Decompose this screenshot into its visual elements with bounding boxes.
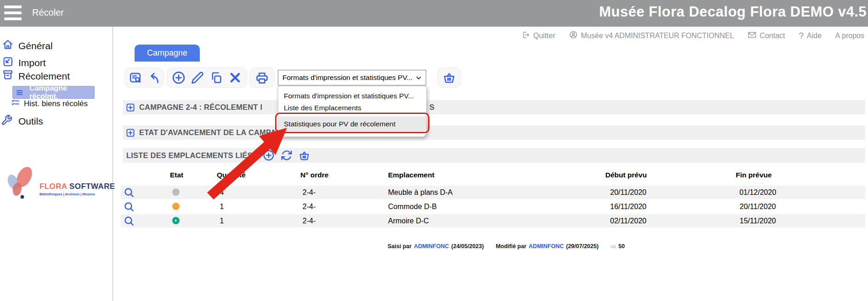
cell-quantite: 1 (203, 200, 240, 213)
view-record-button[interactable] (124, 216, 135, 227)
status-dot (172, 203, 180, 210)
help-link[interactable]: ? Aide (799, 31, 822, 41)
section-avancement-header: ETAT D'AVANCEMENT DE LA CAMPAGNE (123, 125, 865, 140)
record-metadata: Saisi par ADMINFONC (24/05/2023) Modifié… (388, 243, 625, 250)
status-dot (172, 188, 180, 196)
sidebar-item-label: Récolement (18, 71, 70, 82)
cell-quantite: 4 (203, 186, 240, 199)
about-label: A propos (835, 32, 864, 40)
cell-ordre: 2-4- (286, 214, 332, 227)
view-record-button[interactable] (124, 201, 135, 212)
print-format-dropdown-menu: Formats d'impression et statistiques PV.… (278, 86, 427, 137)
import-icon (2, 56, 14, 70)
wrench-icon (1, 114, 12, 128)
checklist-icon (11, 98, 20, 109)
delete-button[interactable] (228, 70, 242, 85)
sidebar-item-hist-biens-recoles[interactable]: Hist. biens récolés (11, 98, 88, 109)
contact-link[interactable]: Contact (748, 31, 785, 40)
brand-software: SOFTWARE (69, 182, 115, 191)
print-format-select-value: Formats d'impression et statistiques PV.… (282, 74, 416, 82)
current-user[interactable]: Musée v4 ADMINISTRATEUR FONCTIONNEL (569, 30, 734, 41)
column-header-debut: Début prévu (605, 171, 647, 179)
uk-label: uk (610, 244, 616, 249)
tab-campagne[interactable]: Campagne (135, 45, 200, 62)
sidebar-item-import[interactable]: Import (2, 56, 46, 70)
sidebar-item-general[interactable]: Général (2, 39, 53, 53)
view-record-button[interactable] (124, 187, 135, 198)
menu-option-formats[interactable]: Formats d'impression et statistiques PV.… (278, 90, 426, 102)
menu-lines-icon (16, 89, 23, 97)
section-campagne-header: CAMPAGNE 2-4 : RÉCOLEMENT I S (123, 100, 865, 114)
saisi-label: Saisi par (388, 243, 411, 250)
column-header-ordre: N° ordre (300, 171, 328, 179)
refresh-button[interactable] (281, 149, 293, 161)
sidebar-item-campagne-recolement-selected[interactable]: Campagne récolmt. (12, 86, 95, 99)
window-title: Musée Flora Decalog Flora DEMO v4.5 (599, 4, 867, 20)
expand-plus-icon[interactable] (126, 103, 135, 112)
section-campagne-title: CAMPAGNE 2-4 : RÉCOLEMENT I (139, 103, 262, 112)
section-avancement-title: ETAT D'AVANCEMENT DE LA CAMPAGNE (139, 128, 293, 137)
saisi-date: (24/05/2023) (451, 243, 484, 250)
status-dot-play (172, 217, 180, 224)
modifie-par-group: Modifié par ADMINFONC (29/07/2025) (496, 243, 598, 250)
question-mark-icon: ? (799, 31, 804, 41)
about-link[interactable]: A propos (835, 32, 864, 40)
column-header-emplacement: Emplacement (388, 171, 434, 179)
cell-emplacement: Commode D-B (388, 200, 437, 213)
utility-bar: Quitter Musée v4 ADMINISTRATEUR FONCTION… (522, 30, 864, 41)
menu-option-liste-emplacements[interactable]: Liste des Emplacements (278, 102, 426, 114)
edit-button[interactable] (190, 70, 205, 85)
uk-value: 50 (619, 243, 625, 250)
toolbar-group-search (124, 68, 164, 88)
section-liste-title: LISTE DES EMPLACEMENTS LIÉS (126, 151, 253, 160)
sidebar: Général Import Récolement Campagne récol… (0, 27, 113, 301)
cell-fin: 15/11/2020 (721, 214, 795, 227)
contact-label: Contact (760, 32, 785, 40)
toolbar-group-print (249, 68, 275, 88)
sidebar-item-label: Hist. biens récolés (24, 99, 88, 108)
cell-debut: 16/11/2020 (589, 200, 667, 213)
cell-debut: 02/11/2020 (589, 214, 667, 227)
cell-quantite: 1 (203, 214, 240, 227)
envelope-icon (748, 31, 756, 40)
sidebar-item-label: Général (18, 40, 53, 51)
cell-emplacement: Meuble à plans D-A (388, 186, 453, 199)
list-search-button[interactable] (128, 70, 143, 85)
sidebar-item-label: Outils (18, 116, 43, 127)
print-button[interactable] (255, 70, 270, 85)
print-format-select[interactable]: Formats d'impression et statistiques PV.… (278, 70, 426, 85)
hamburger-menu-icon[interactable] (4, 6, 22, 20)
section-campagne-title-tail: S (429, 103, 434, 112)
undo-button[interactable] (146, 70, 160, 85)
quit-button[interactable]: Quitter (522, 31, 555, 41)
flora-petals-icon (4, 164, 37, 199)
cell-ordre: 2-4- (286, 186, 332, 199)
home-icon (2, 39, 14, 53)
cell-emplacement: Armoire D-C (388, 214, 429, 227)
section-liste-header: LISTE DES EMPLACEMENTS LIÉS (123, 148, 865, 163)
toolbar-group-edit (167, 68, 247, 88)
add-emplacement-button[interactable] (263, 149, 275, 161)
expand-plus-icon[interactable] (126, 128, 135, 137)
archive-box-icon (2, 69, 14, 83)
basket-icon[interactable] (299, 150, 310, 161)
add-button[interactable] (171, 70, 186, 85)
copy-button[interactable] (209, 70, 224, 85)
saisi-user-link[interactable]: ADMINFONC (414, 243, 449, 250)
menu-option-statistiques-pv[interactable]: Statistiques pour PV de récolement (278, 116, 426, 132)
help-label: Aide (807, 32, 822, 40)
column-header-etat: Etat (170, 171, 183, 179)
sidebar-item-recolement[interactable]: Récolement (2, 69, 70, 83)
sidebar-item-outils[interactable]: Outils (1, 114, 43, 128)
saisi-par-group: Saisi par ADMINFONC (24/05/2023) (388, 243, 484, 250)
brand-tagline: Bibliothèques | Archives | Musées (39, 192, 95, 196)
quit-label: Quitter (533, 32, 555, 40)
sidebar-item-label: Import (18, 57, 46, 68)
basket-button[interactable] (442, 70, 457, 85)
top-bar: Récoler Musée Flora Decalog Flora DEMO v… (0, 0, 868, 27)
table-row: 4 2-4- Meuble à plans D-A 20/11/2020 01/… (121, 186, 865, 199)
cell-debut: 20/11/2020 (589, 186, 667, 199)
table-row: 1 2-4- Armoire D-C 02/11/2020 15/11/2020 (121, 214, 865, 227)
modifie-user-link[interactable]: ADMINFONC (529, 243, 564, 250)
cell-fin: 01/12/2020 (721, 186, 795, 199)
